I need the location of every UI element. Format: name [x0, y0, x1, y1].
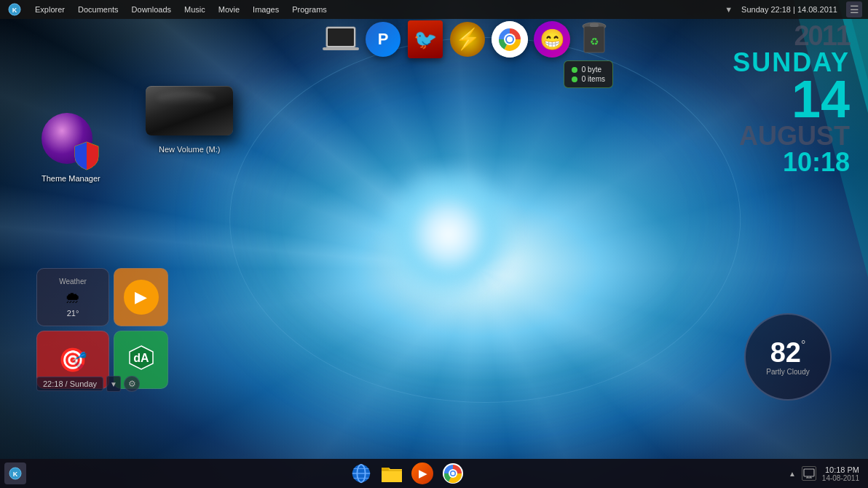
menu-explorer[interactable]: Explorer [29, 4, 71, 15]
taskbar-start-button[interactable]: K [4, 463, 26, 484]
weather-title: Weather [59, 278, 87, 286]
temp-value: 82 [770, 339, 801, 366]
svg-text:K: K [12, 7, 17, 14]
lightning-svg: ⚡ [449, 20, 486, 58]
svg-point-29 [451, 472, 455, 476]
pencil-icon-letter: P [378, 30, 389, 49]
svg-text:⚡: ⚡ [455, 27, 481, 51]
bottom-clock-label[interactable]: 22:18 / Sunday [36, 377, 103, 391]
weather-temp: 21° [67, 309, 79, 318]
desktop-icon-theme-manager[interactable]: Theme Manager [42, 113, 100, 183]
widget-grid: Weather 🌧 21° ▶ 🎯 dA [36, 268, 168, 389]
os-logo-icon: K [8, 3, 21, 16]
svg-rect-3 [328, 28, 354, 46]
tray-monitor-icon[interactable] [802, 466, 816, 481]
red-app-icon: 🎯 [58, 346, 87, 374]
trash-svg: ♻ [580, 22, 609, 58]
top-dock: P 🐦 ⚡ [322, 20, 613, 58]
svg-rect-24 [382, 469, 402, 482]
menubar-menu-button[interactable]: ☰ [846, 1, 862, 17]
svg-rect-4 [323, 47, 359, 50]
clock-dropdown-arrow[interactable]: ▼ [106, 376, 121, 392]
theme-manager-label: Theme Manager [42, 174, 100, 183]
svg-text:K: K [13, 471, 18, 478]
green-app-svg: dA [127, 343, 156, 372]
taskbar-center: ▶ [26, 460, 789, 487]
taskbar-time-main: 10:18 PM [825, 465, 859, 474]
taskbar-chrome-icon[interactable] [440, 460, 466, 487]
drive-container [146, 86, 233, 141]
date-widget: 2011 SUNDAY 14 AUGUST 10:18 [733, 22, 853, 176]
taskbar-ie-icon[interactable] [348, 460, 374, 487]
svg-text:dA: dA [133, 352, 149, 364]
date-year: 2011 [733, 22, 850, 50]
dock-icon-yahoo[interactable]: 😁 [533, 20, 571, 58]
menu-documents[interactable]: Documents [72, 4, 125, 15]
firebird-icon-bg: 🐦 [408, 20, 443, 58]
dock-icon-pencil[interactable]: P [364, 20, 402, 58]
menubar-right: ▼ Sunday 22:18 | 14.08.2011 ☰ [725, 1, 862, 17]
clock-settings-button[interactable]: ⚙ [124, 376, 140, 392]
play-button-circle: ▶ [124, 280, 159, 315]
menu-programs[interactable]: Programs [286, 4, 333, 15]
dock-icon-firebird[interactable]: 🐦 [406, 20, 444, 58]
theme-manager-icon-img [42, 113, 100, 171]
svg-text:♻: ♻ [590, 36, 599, 47]
theme-manager-icon-container [42, 113, 100, 171]
drive-body [146, 86, 233, 135]
new-volume-label: New Volume (M:) [159, 145, 220, 154]
temp-widget[interactable]: 82 ° Partly Cloudy [744, 313, 832, 401]
svg-rect-25 [382, 468, 389, 471]
start-icon: K [9, 467, 22, 480]
svg-rect-13 [590, 23, 599, 27]
dock-icon-chrome[interactable] [491, 20, 529, 58]
trash-tooltip: 0 byte 0 items [564, 60, 613, 88]
weather-icon: 🌧 [65, 288, 81, 307]
menubar: K Explorer Documents Downloads Music Mov… [0, 0, 868, 19]
temp-label: Partly Cloudy [766, 368, 809, 376]
taskbar-chrome-svg [442, 463, 464, 484]
svg-rect-30 [804, 469, 814, 476]
taskbar-time-date: 14-08-2011 [822, 474, 859, 482]
folder-svg [380, 463, 403, 484]
yahoo-icon-bg: 😁 [534, 21, 570, 58]
play-tile[interactable]: ▶ [114, 268, 168, 326]
laptop-svg [322, 24, 360, 55]
dock-icon-trash[interactable]: ♻ 0 byte 0 items [575, 20, 613, 58]
trash-dot-2 [572, 76, 577, 82]
tray-arrow-icon[interactable]: ▲ [789, 470, 796, 478]
dock-icon-lightning[interactable]: ⚡ [449, 20, 486, 58]
trash-bytes: 0 byte [582, 66, 601, 74]
date-widget-inner: 2011 SUNDAY 14 AUGUST 10:18 [733, 22, 850, 176]
theme-shield [74, 141, 100, 171]
chrome-icon-bg [492, 21, 528, 58]
taskbar-time-display[interactable]: 10:18 PM 14-08-2011 [822, 465, 859, 482]
date-day-num: 14 [733, 76, 850, 123]
menu-items: Explorer Documents Downloads Music Movie… [29, 4, 725, 15]
ie-svg [350, 463, 372, 484]
dock-icon-laptop[interactable] [322, 20, 360, 58]
menu-downloads[interactable]: Downloads [126, 4, 177, 15]
new-volume-icon-img [160, 84, 218, 142]
temp-circle: 82 ° Partly Cloudy [744, 313, 832, 401]
date-time: 10:18 [733, 149, 850, 176]
menubar-dropdown-icon[interactable]: ▼ [725, 5, 733, 14]
monitor-svg [803, 468, 815, 479]
taskbar-right: ▲ 10:18 PM 14-08-2011 [789, 465, 864, 482]
taskbar-media-icon[interactable]: ▶ [409, 460, 435, 487]
desktop-icon-new-volume[interactable]: New Volume (M:) [159, 84, 220, 154]
temp-value-row: 82 ° [770, 339, 806, 366]
os-logo[interactable]: K [6, 1, 23, 18]
trash-items: 0 items [582, 75, 605, 83]
weather-tile[interactable]: Weather 🌧 21° [36, 268, 109, 326]
taskbar-left: K [4, 463, 26, 484]
menu-movie[interactable]: Movie [213, 4, 245, 15]
menu-images[interactable]: Images [247, 4, 285, 15]
taskbar-folder-icon[interactable] [379, 460, 405, 487]
menu-music[interactable]: Music [178, 4, 211, 15]
green-app-icon: dA [127, 343, 156, 377]
bottom-clock: 22:18 / Sunday ▼ ⚙ [36, 376, 140, 392]
taskbar: K ▶ [0, 459, 868, 488]
shield-svg [74, 141, 100, 171]
chrome-svg [492, 21, 528, 58]
